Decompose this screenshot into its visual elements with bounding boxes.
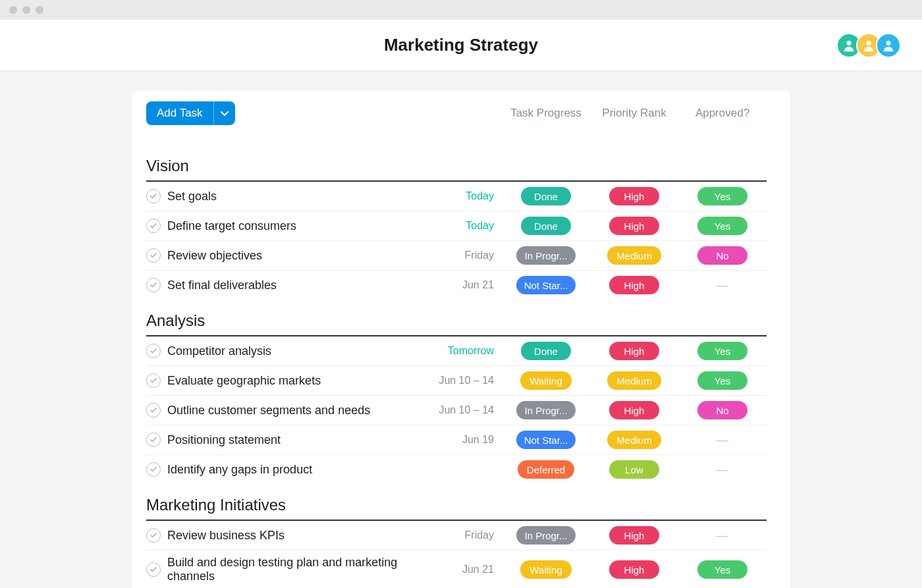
task-name[interactable]: Set final deliverables — [167, 279, 429, 292]
task-progress-pill[interactable]: Not Star... — [516, 276, 576, 294]
task-approved-pill[interactable]: Yes — [697, 217, 747, 235]
task-approved-pill-cell[interactable]: No — [678, 246, 767, 265]
avatar[interactable] — [876, 33, 901, 58]
task-approved-pill[interactable]: No — [697, 246, 747, 265]
task-approved-pill-cell[interactable]: Yes — [678, 342, 767, 360]
task-row[interactable]: Evaluate geographic marketsJun 10 – 14Wa… — [146, 366, 767, 396]
task-row[interactable]: Define target consumersTodayDoneHighYes — [146, 211, 767, 241]
task-priority-pill[interactable]: High — [609, 276, 659, 294]
task-progress-pill[interactable]: In Progr... — [516, 401, 576, 419]
task-progress-pill-cell[interactable]: Deferred — [502, 460, 590, 479]
task-priority-pill[interactable]: Medium — [607, 431, 661, 449]
column-header-progress[interactable]: Task Progress — [502, 107, 590, 120]
section-title[interactable]: Marketing Initiatives — [146, 484, 767, 521]
column-header-priority[interactable]: Priority Rank — [590, 107, 678, 120]
task-approved-pill-cell[interactable]: — — [678, 433, 767, 447]
complete-checkbox[interactable] — [146, 562, 161, 577]
complete-checkbox[interactable] — [146, 528, 161, 543]
complete-checkbox[interactable] — [146, 433, 161, 447]
task-row[interactable]: Outline customer segments and needsJun 1… — [146, 396, 767, 425]
task-progress-pill-cell[interactable]: Done — [502, 187, 590, 205]
task-progress-pill[interactable]: Done — [521, 217, 571, 235]
task-approved-pill-cell[interactable]: Yes — [678, 187, 767, 205]
task-priority-pill-cell[interactable]: Medium — [590, 246, 678, 265]
task-row[interactable]: Positioning statementJun 19Not Star...Me… — [146, 425, 767, 455]
task-progress-pill-cell[interactable]: Done — [502, 217, 590, 235]
task-progress-pill-cell[interactable]: Waiting — [502, 560, 590, 579]
task-approved-pill[interactable]: Yes — [697, 342, 747, 360]
add-task-button[interactable]: Add Task — [146, 101, 235, 125]
task-row[interactable]: Identify any gaps in productDeferredLow— — [146, 455, 767, 484]
task-progress-pill[interactable]: Done — [521, 187, 571, 205]
complete-checkbox[interactable] — [146, 219, 161, 233]
task-progress-pill[interactable]: Waiting — [520, 560, 571, 579]
column-header-approved[interactable]: Approved? — [678, 107, 767, 120]
task-priority-pill[interactable]: High — [609, 526, 659, 545]
task-approved-pill-cell[interactable]: — — [678, 463, 767, 477]
task-priority-pill[interactable]: High — [609, 401, 659, 419]
task-approved-pill-cell[interactable]: — — [678, 529, 767, 543]
section-title[interactable]: Analysis — [146, 300, 767, 336]
task-due-date[interactable]: Today — [429, 220, 502, 232]
task-due-date[interactable]: Jun 21 — [429, 564, 502, 575]
complete-checkbox[interactable] — [146, 462, 161, 477]
task-row[interactable]: Set final deliverablesJun 21Not Star...H… — [146, 271, 767, 300]
task-due-date[interactable]: Jun 21 — [429, 279, 502, 291]
task-approved-pill-cell[interactable]: — — [678, 279, 767, 292]
task-progress-pill[interactable]: Done — [521, 342, 571, 360]
task-priority-pill-cell[interactable]: High — [590, 187, 678, 205]
task-priority-pill-cell[interactable]: Medium — [590, 431, 678, 449]
task-priority-pill[interactable]: High — [609, 217, 659, 235]
task-due-date[interactable]: Today — [429, 190, 502, 202]
task-name[interactable]: Evaluate geographic markets — [167, 374, 429, 388]
task-due-date[interactable]: Jun 10 – 14 — [429, 375, 502, 387]
task-progress-pill-cell[interactable]: In Progr... — [502, 246, 590, 265]
task-row[interactable]: Set goalsTodayDoneHighYes — [146, 182, 767, 211]
task-row[interactable]: Competitor analysisTomorrowDoneHighYes — [146, 336, 767, 366]
task-approved-pill-cell[interactable]: No — [678, 401, 767, 419]
complete-checkbox[interactable] — [146, 373, 161, 388]
task-row[interactable]: Review objectivesFridayIn Progr...Medium… — [146, 241, 767, 271]
complete-checkbox[interactable] — [146, 278, 161, 292]
task-approved-pill-cell[interactable]: Yes — [678, 560, 767, 579]
task-due-date[interactable]: Jun 19 — [429, 434, 502, 446]
task-progress-pill[interactable]: Deferred — [518, 460, 574, 479]
task-approved-pill[interactable]: Yes — [697, 371, 747, 390]
task-priority-pill[interactable]: Medium — [607, 246, 661, 265]
task-name[interactable]: Competitor analysis — [167, 344, 429, 358]
task-priority-pill-cell[interactable]: High — [590, 276, 678, 294]
task-progress-pill[interactable]: Waiting — [520, 371, 571, 390]
complete-checkbox[interactable] — [146, 344, 161, 358]
task-row[interactable]: Review business KPIsFridayIn Progr...Hig… — [146, 521, 767, 550]
complete-checkbox[interactable] — [146, 403, 161, 417]
task-due-date[interactable]: Friday — [429, 529, 502, 541]
add-task-dropdown[interactable] — [213, 101, 235, 125]
task-approved-pill[interactable]: Yes — [697, 187, 747, 205]
task-due-date[interactable]: Friday — [429, 250, 502, 261]
task-name[interactable]: Review business KPIs — [167, 529, 429, 543]
task-progress-pill[interactable]: In Progr... — [516, 246, 576, 265]
complete-checkbox[interactable] — [146, 189, 161, 203]
task-approved-pill[interactable]: Yes — [697, 560, 747, 579]
task-approved-pill-cell[interactable]: Yes — [678, 217, 767, 235]
section-title[interactable]: Vision — [146, 145, 767, 182]
collaborator-avatars[interactable] — [842, 33, 901, 58]
task-row[interactable]: Build and design testing plan and market… — [146, 550, 767, 588]
task-priority-pill-cell[interactable]: High — [590, 401, 678, 419]
task-approved-pill-cell[interactable]: Yes — [678, 371, 767, 390]
task-name[interactable]: Identify any gaps in product — [167, 463, 429, 477]
task-progress-pill[interactable]: In Progr... — [516, 526, 576, 545]
task-progress-pill-cell[interactable]: Not Star... — [502, 431, 590, 449]
task-progress-pill-cell[interactable]: Done — [502, 342, 590, 360]
task-priority-pill[interactable]: High — [609, 187, 659, 205]
add-task-label[interactable]: Add Task — [146, 101, 213, 125]
task-priority-pill-cell[interactable]: High — [590, 526, 678, 545]
task-name[interactable]: Define target consumers — [167, 219, 429, 233]
task-name[interactable]: Positioning statement — [167, 433, 429, 447]
task-progress-pill-cell[interactable]: In Progr... — [502, 401, 590, 419]
task-priority-pill-cell[interactable]: Low — [590, 460, 678, 479]
task-name[interactable]: Review objectives — [167, 249, 429, 263]
task-name[interactable]: Set goals — [167, 190, 429, 203]
task-priority-pill[interactable]: Medium — [607, 371, 661, 390]
task-priority-pill-cell[interactable]: High — [590, 217, 678, 235]
